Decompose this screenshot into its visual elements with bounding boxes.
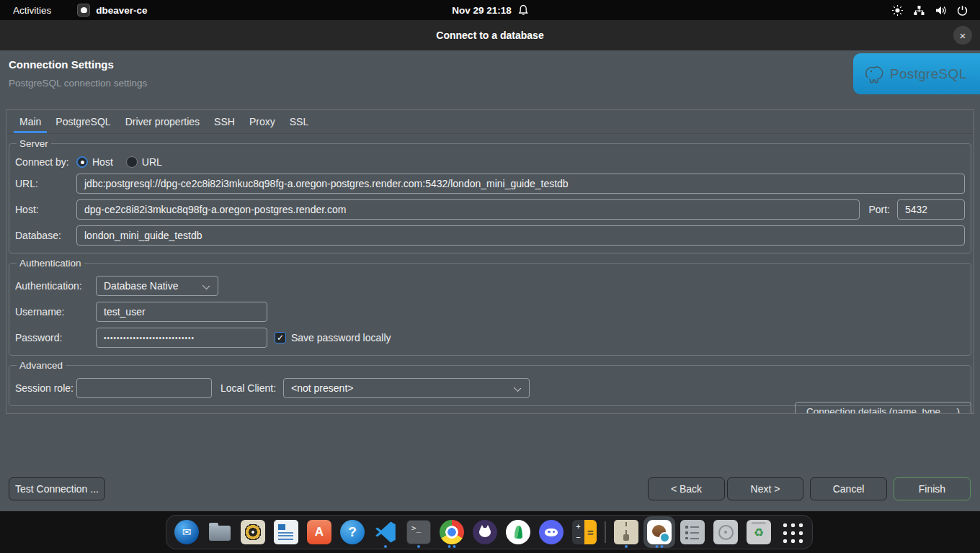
username-input[interactable]: test_user bbox=[96, 302, 267, 322]
terminal-icon: >_ bbox=[406, 520, 431, 544]
app-grid-icon bbox=[780, 521, 804, 544]
password-input[interactable]: •••••••••••••••••••••••••••• bbox=[96, 328, 267, 348]
password-label: Password: bbox=[15, 332, 96, 343]
authentication-group-legend: Authentication bbox=[17, 258, 84, 269]
dialog-titlebar[interactable]: Connect to a database × bbox=[0, 20, 980, 50]
database-input[interactable]: london_mini_guide_testdb bbox=[76, 225, 965, 246]
top-system-bar: Activities dbeaver-ce Nov 29 21:18 bbox=[0, 0, 980, 20]
dock-item-help[interactable]: ? bbox=[336, 516, 369, 549]
radio-host[interactable] bbox=[76, 156, 88, 168]
discord-icon bbox=[539, 520, 564, 544]
host-input[interactable]: dpg-ce2c8i82i3mkuc8q98fg-a.oregon-postgr… bbox=[76, 199, 860, 220]
notification-bell-icon bbox=[518, 4, 528, 16]
activities-button[interactable]: Activities bbox=[0, 0, 64, 20]
auth-type-row: Authentication: Database Native bbox=[15, 276, 965, 296]
database-value: london_mini_guide_testdb bbox=[84, 230, 202, 241]
session-role-label: Session role: bbox=[15, 382, 76, 394]
next-button[interactable]: Next > bbox=[727, 477, 803, 500]
back-button[interactable]: < Back bbox=[648, 477, 725, 500]
test-connection-button[interactable]: Test Connection ... bbox=[9, 477, 105, 500]
finish-button[interactable]: Finish bbox=[894, 477, 971, 500]
save-password-label[interactable]: Save password locally bbox=[291, 332, 391, 343]
dock-item-settings[interactable] bbox=[676, 516, 709, 549]
dock-item-chrome[interactable] bbox=[435, 516, 468, 549]
dock-item-disk-utility[interactable] bbox=[709, 516, 742, 549]
brightness-icon bbox=[891, 4, 904, 17]
dbeaver-app-icon bbox=[77, 4, 90, 17]
tab-proxy[interactable]: Proxy bbox=[244, 112, 281, 133]
session-role-input[interactable] bbox=[76, 378, 212, 398]
disk-utility-icon bbox=[713, 520, 738, 544]
chrome-icon bbox=[440, 520, 464, 544]
url-value: jdbc:postgresql://dpg-ce2c8i82i3mkuc8q98… bbox=[84, 178, 569, 189]
rhythmbox-icon bbox=[241, 520, 265, 544]
tab-postgresql[interactable]: PostgreSQL bbox=[50, 112, 116, 133]
host-label: Host: bbox=[15, 204, 76, 215]
tab-driver-properties[interactable]: Driver properties bbox=[120, 112, 205, 133]
postgresql-logo-text: PostgreSQL bbox=[890, 66, 967, 82]
close-button[interactable]: × bbox=[953, 26, 972, 45]
dock-item-rhythmbox[interactable] bbox=[236, 516, 270, 549]
local-client-select[interactable]: <not present> bbox=[283, 378, 530, 398]
dialog-title: Connect to a database bbox=[436, 30, 543, 41]
port-input[interactable]: 5432 bbox=[897, 199, 965, 220]
vscode-icon bbox=[375, 521, 396, 543]
dock-item-thunderbird[interactable]: ✉ bbox=[170, 516, 203, 549]
radio-url[interactable] bbox=[126, 156, 138, 168]
dock-separator bbox=[605, 521, 606, 543]
bottom-dock-bar: ✉ A ? >_ +−= ♻ bbox=[0, 511, 980, 553]
save-password-checkbox[interactable]: ✓ bbox=[275, 332, 286, 343]
focused-app-indicator[interactable]: dbeaver-ce bbox=[77, 4, 147, 17]
connection-details-button[interactable]: Connection details (name, type, ... ) bbox=[795, 402, 971, 414]
authentication-label: Authentication: bbox=[15, 280, 96, 292]
tab-bar: Main PostgreSQL Driver properties SSH Pr… bbox=[6, 110, 974, 134]
dock-item-calculator[interactable]: +−= bbox=[568, 516, 601, 549]
dock-item-files[interactable] bbox=[203, 516, 236, 549]
dock-item-terminal[interactable]: >_ bbox=[402, 516, 435, 549]
url-label: URL: bbox=[15, 178, 76, 189]
dock-item-mongodb-compass[interactable] bbox=[502, 516, 535, 549]
password-value: •••••••••••••••••••••••••••• bbox=[104, 334, 195, 342]
network-icon bbox=[913, 4, 925, 17]
variables-hint: i You can use variables in connection pa… bbox=[14, 413, 974, 414]
username-row: Username: test_user bbox=[15, 302, 965, 322]
local-client-label: Local Client: bbox=[220, 382, 276, 394]
dock-item-archive-manager[interactable] bbox=[610, 516, 643, 549]
power-icon bbox=[956, 4, 968, 17]
dock-item-github-desktop[interactable] bbox=[468, 516, 502, 549]
database-label: Database: bbox=[15, 230, 76, 241]
dock-item-trash[interactable]: ♻ bbox=[742, 516, 775, 549]
tab-ssh[interactable]: SSH bbox=[208, 112, 241, 133]
connect-by-row: Connect by: Host URL bbox=[15, 156, 965, 168]
tab-ssl[interactable]: SSL bbox=[284, 112, 314, 133]
postgresql-elephant-icon bbox=[862, 63, 885, 86]
dock-item-ubuntu-software[interactable]: A bbox=[303, 516, 336, 549]
password-row: Password: •••••••••••••••••••••••••••• ✓… bbox=[15, 328, 965, 348]
tab-main[interactable]: Main bbox=[14, 112, 47, 133]
postgresql-logo-banner: PostgreSQL bbox=[853, 53, 980, 94]
dock-item-app-grid[interactable] bbox=[775, 516, 808, 549]
authentication-select[interactable]: Database Native bbox=[96, 276, 218, 296]
username-value: test_user bbox=[104, 306, 146, 318]
dock-item-discord[interactable] bbox=[535, 516, 568, 549]
github-desktop-icon bbox=[473, 520, 497, 544]
clock-text: Nov 29 21:18 bbox=[452, 5, 512, 16]
database-row: Database: london_mini_guide_testdb bbox=[15, 225, 965, 246]
cancel-button[interactable]: Cancel bbox=[810, 477, 887, 500]
server-group: Server Connect by: Host URL URL: jdbc:po… bbox=[9, 138, 971, 253]
dock-item-vscode[interactable] bbox=[369, 516, 402, 549]
files-folder-icon bbox=[208, 520, 232, 544]
radio-host-label[interactable]: Host bbox=[92, 156, 113, 168]
radio-url-label[interactable]: URL bbox=[142, 156, 162, 168]
system-status-area[interactable] bbox=[891, 0, 980, 20]
server-group-legend: Server bbox=[17, 138, 51, 149]
advanced-group-legend: Advanced bbox=[17, 360, 66, 371]
authentication-value: Database Native bbox=[104, 280, 179, 292]
volume-icon bbox=[935, 4, 947, 17]
dock-item-libreoffice-writer[interactable] bbox=[270, 516, 303, 549]
chevron-down-icon bbox=[202, 282, 210, 289]
clock-menu[interactable]: Nov 29 21:18 bbox=[452, 4, 528, 16]
url-input[interactable]: jdbc:postgresql://dpg-ce2c8i82i3mkuc8q98… bbox=[76, 174, 965, 194]
dock-item-dbeaver[interactable] bbox=[643, 516, 676, 549]
close-icon: × bbox=[960, 30, 966, 41]
